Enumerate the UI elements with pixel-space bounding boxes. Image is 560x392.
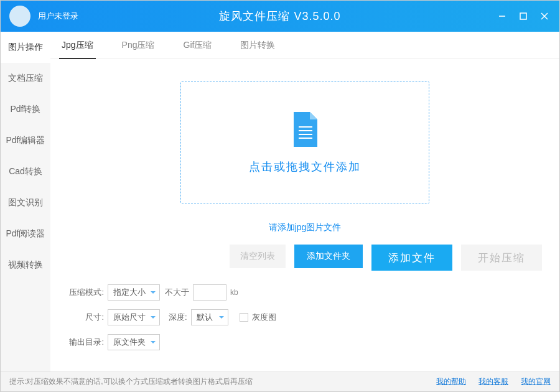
tab-png-compress[interactable]: Png压缩 — [122, 32, 155, 58]
tab-jpg-compress[interactable]: Jpg压缩 — [62, 32, 93, 58]
add-file-button[interactable]: 添加文件 — [371, 245, 452, 271]
output-label: 输出目录: — [62, 337, 104, 348]
compress-controls: 压缩模式: 指定大小 不大于 kb 尺寸: 原始尺寸 深度: 默认 灰度图 输出… — [50, 271, 559, 350]
dropzone-text: 点击或拖拽文件添加 — [249, 159, 361, 174]
file-icon — [290, 111, 320, 148]
action-buttons: 清空列表 添加文件夹 添加文件 开始压缩 — [50, 233, 559, 271]
close-button[interactable] — [539, 11, 549, 21]
sidebar-item-pdf-reader[interactable]: Pdf阅读器 — [1, 218, 50, 250]
tab-image-convert[interactable]: 图片转换 — [240, 32, 275, 58]
tab-gif-compress[interactable]: Gif压缩 — [184, 32, 212, 58]
file-dropzone[interactable]: 点击或拖拽文件添加 — [180, 82, 429, 203]
start-compress-button[interactable]: 开始压缩 — [461, 245, 542, 271]
login-status[interactable]: 用户未登录 — [38, 11, 78, 22]
mode-select[interactable]: 指定大小 — [108, 284, 160, 301]
sidebar: 图片操作 文档压缩 Pdf转换 Pdf编辑器 Cad转换 图文识别 Pdf阅读器… — [1, 32, 50, 371]
size-unit: kb — [230, 288, 238, 297]
window-controls — [497, 11, 559, 21]
size-select[interactable]: 原始尺寸 — [108, 309, 160, 325]
add-folder-button[interactable]: 添加文件夹 — [294, 245, 363, 268]
footer-bar: 提示:对压缩效果不满意的话,可以换个方式压缩或者转换图片格式后再压缩 我的帮助 … — [1, 371, 559, 391]
depth-select[interactable]: 默认 — [191, 309, 228, 325]
output-select[interactable]: 原文件夹 — [108, 334, 160, 350]
grayscale-checkbox[interactable] — [240, 313, 248, 322]
depth-label: 深度: — [169, 312, 187, 323]
sidebar-item-pdf-editor[interactable]: Pdf编辑器 — [1, 125, 50, 156]
main-panel: Jpg压缩 Png压缩 Gif压缩 图片转换 点击或拖拽文件添加 请添加jpg图… — [50, 32, 559, 371]
footer-website-link[interactable]: 我的官网 — [521, 376, 551, 387]
app-title: 旋风文件压缩 V3.5.0.0 — [219, 9, 340, 24]
footer-help-link[interactable]: 我的帮助 — [436, 376, 466, 387]
size-label: 尺寸: — [62, 312, 104, 323]
maximize-button[interactable] — [518, 11, 528, 21]
tab-bar: Jpg压缩 Png压缩 Gif压缩 图片转换 — [50, 32, 559, 59]
footer-tip: 提示:对压缩效果不满意的话,可以换个方式压缩或者转换图片格式后再压缩 — [9, 376, 253, 387]
sidebar-item-ocr[interactable]: 图文识别 — [1, 187, 50, 218]
grayscale-label: 灰度图 — [252, 312, 276, 323]
svg-rect-1 — [520, 13, 526, 19]
sidebar-item-pdf-convert[interactable]: Pdf转换 — [1, 94, 50, 125]
sidebar-item-image-ops[interactable]: 图片操作 — [1, 32, 50, 63]
sidebar-item-cad-convert[interactable]: Cad转换 — [1, 156, 50, 187]
sidebar-item-doc-compress[interactable]: 文档压缩 — [1, 63, 50, 94]
sidebar-item-video-convert[interactable]: 视频转换 — [1, 250, 50, 281]
clear-list-button[interactable]: 清空列表 — [230, 245, 286, 268]
title-bar: 用户未登录 旋风文件压缩 V3.5.0.0 — [1, 1, 559, 32]
footer-support-link[interactable]: 我的客服 — [478, 376, 508, 387]
minimize-button[interactable] — [497, 11, 507, 21]
avatar[interactable] — [9, 6, 30, 27]
add-file-hint: 请添加jpg图片文件 — [50, 222, 559, 233]
mode-label: 压缩模式: — [62, 287, 104, 298]
footer-links: 我的帮助 我的客服 我的官网 — [436, 376, 551, 387]
lte-label: 不大于 — [165, 287, 189, 298]
max-size-input[interactable] — [193, 284, 226, 301]
